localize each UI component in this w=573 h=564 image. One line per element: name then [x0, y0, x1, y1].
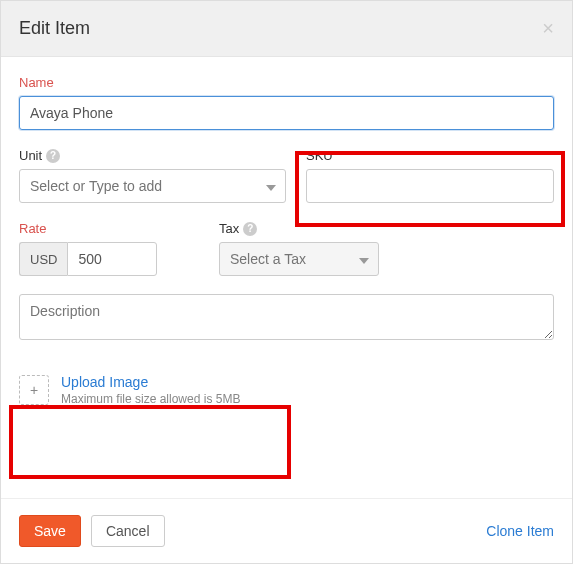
- upload-image-area[interactable]: + Upload Image Maximum file size allowed…: [19, 374, 554, 406]
- description-input[interactable]: [19, 294, 554, 340]
- cancel-button[interactable]: Cancel: [91, 515, 165, 547]
- rate-input[interactable]: [67, 242, 157, 276]
- modal-header: Edit Item ×: [1, 1, 572, 57]
- clone-item-link[interactable]: Clone Item: [486, 523, 554, 539]
- unit-input[interactable]: [19, 169, 286, 203]
- unit-label: Unit ?: [19, 148, 286, 163]
- tax-input[interactable]: [219, 242, 379, 276]
- modal-body: Name Unit ? SKU Rate USD: [1, 57, 572, 406]
- close-icon[interactable]: ×: [542, 17, 554, 40]
- upload-hint: Maximum file size allowed is 5MB: [61, 392, 240, 406]
- modal-title: Edit Item: [19, 18, 90, 39]
- name-input[interactable]: [19, 96, 554, 130]
- tax-select[interactable]: [219, 242, 379, 276]
- sku-label: SKU: [306, 148, 554, 163]
- currency-label: USD: [19, 242, 67, 276]
- help-icon[interactable]: ?: [46, 149, 60, 163]
- name-label: Name: [19, 75, 554, 90]
- upload-image-link[interactable]: Upload Image: [61, 374, 240, 390]
- modal-footer: Save Cancel Clone Item: [1, 498, 572, 563]
- plus-icon: +: [19, 375, 49, 405]
- unit-select[interactable]: [19, 169, 286, 203]
- rate-label: Rate: [19, 221, 199, 236]
- annotation-highlight: [9, 405, 291, 479]
- tax-label: Tax ?: [219, 221, 554, 236]
- sku-input[interactable]: [306, 169, 554, 203]
- help-icon[interactable]: ?: [243, 222, 257, 236]
- save-button[interactable]: Save: [19, 515, 81, 547]
